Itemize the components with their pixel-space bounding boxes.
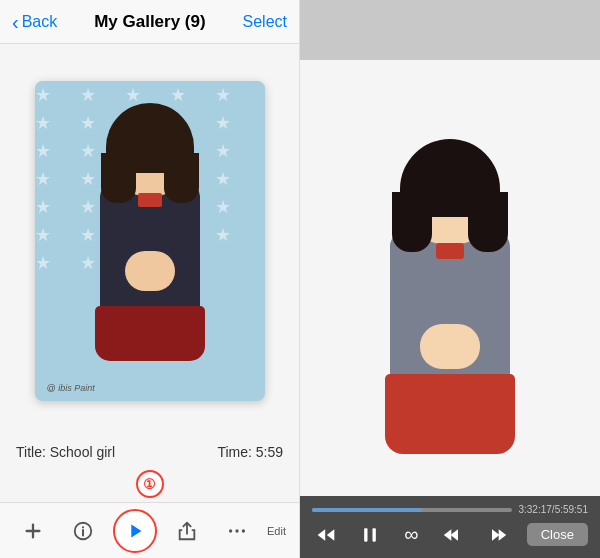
right-char-hands	[420, 324, 480, 369]
step-number: ①	[143, 476, 156, 492]
back-chevron-icon: ‹	[12, 12, 19, 32]
bottom-toolbar: Edit	[0, 502, 299, 558]
more-button[interactable]	[217, 511, 257, 551]
right-char-skirt	[385, 374, 515, 454]
step-indicator: ①	[0, 466, 299, 502]
rewind-button[interactable]	[312, 523, 340, 547]
info-row: Title: School girl Time: 5:59	[0, 438, 299, 466]
loop-icon: ∞	[404, 523, 418, 546]
artwork-card[interactable]: @ ibis Paint	[35, 81, 265, 401]
plus-icon	[22, 520, 44, 542]
svg-marker-15	[492, 529, 500, 541]
playback-overlay: 3:32:17/5:59:51	[300, 496, 600, 558]
rewind-icon	[316, 525, 336, 545]
svg-point-7	[235, 529, 238, 532]
loop-button[interactable]: ∞	[400, 521, 422, 548]
time-display: 3:32:17/5:59:51	[518, 504, 588, 515]
edit-button[interactable]: Edit	[267, 525, 286, 537]
character-illustration	[70, 111, 230, 371]
svg-marker-13	[450, 529, 458, 541]
select-button[interactable]: Select	[243, 13, 287, 31]
pause-icon	[360, 525, 380, 545]
right-top-placeholder	[300, 0, 600, 60]
right-character-illustration	[350, 149, 550, 469]
progress-bar-track[interactable]	[312, 508, 512, 512]
right-panel: 3:32:17/5:59:51	[300, 0, 600, 558]
right-char-bow	[436, 243, 464, 259]
step-back-icon	[443, 525, 463, 545]
play-icon	[124, 520, 146, 542]
svg-marker-14	[443, 529, 451, 541]
svg-marker-10	[327, 529, 335, 541]
progress-row: 3:32:17/5:59:51	[312, 504, 588, 515]
svg-marker-5	[131, 524, 141, 537]
info-icon	[72, 520, 94, 542]
step-forward-icon	[487, 525, 507, 545]
right-char-hair	[400, 139, 500, 217]
char-skirt	[95, 306, 205, 361]
progress-bar-fill	[312, 508, 422, 512]
nav-bar: ‹ Back My Gallery (9) Select	[0, 0, 299, 44]
char-hands	[125, 251, 175, 291]
svg-marker-9	[318, 529, 326, 541]
svg-rect-12	[373, 528, 376, 541]
add-button[interactable]	[13, 511, 53, 551]
char-hair	[106, 103, 194, 173]
step-circle: ①	[136, 470, 164, 498]
artwork-time-label: Time: 5:59	[217, 444, 283, 460]
more-icon	[226, 520, 248, 542]
share-button[interactable]	[167, 511, 207, 551]
nav-title: My Gallery (9)	[94, 12, 206, 32]
char-bow	[138, 193, 162, 207]
svg-point-8	[242, 529, 245, 532]
back-label: Back	[22, 13, 58, 31]
svg-point-6	[229, 529, 232, 532]
svg-point-4	[82, 526, 84, 528]
artwork-title-label: Title: School girl	[16, 444, 115, 460]
controls-row: ∞ Close	[312, 521, 588, 548]
right-artwork-area: 3:32:17/5:59:51	[300, 60, 600, 558]
artwork-signature: @ ibis Paint	[47, 383, 95, 393]
back-button[interactable]: ‹ Back	[12, 12, 57, 32]
close-button[interactable]: Close	[527, 523, 588, 546]
step-back-button[interactable]	[439, 523, 467, 547]
info-button[interactable]	[63, 511, 103, 551]
left-panel: ‹ Back My Gallery (9) Select @ ibis Pain…	[0, 0, 300, 558]
share-icon	[176, 520, 198, 542]
artwork-container: @ ibis Paint	[0, 44, 299, 438]
play-button[interactable]	[113, 509, 157, 553]
svg-marker-16	[498, 529, 506, 541]
svg-rect-11	[364, 528, 367, 541]
step-forward-button[interactable]	[483, 523, 511, 547]
pause-button[interactable]	[356, 523, 384, 547]
